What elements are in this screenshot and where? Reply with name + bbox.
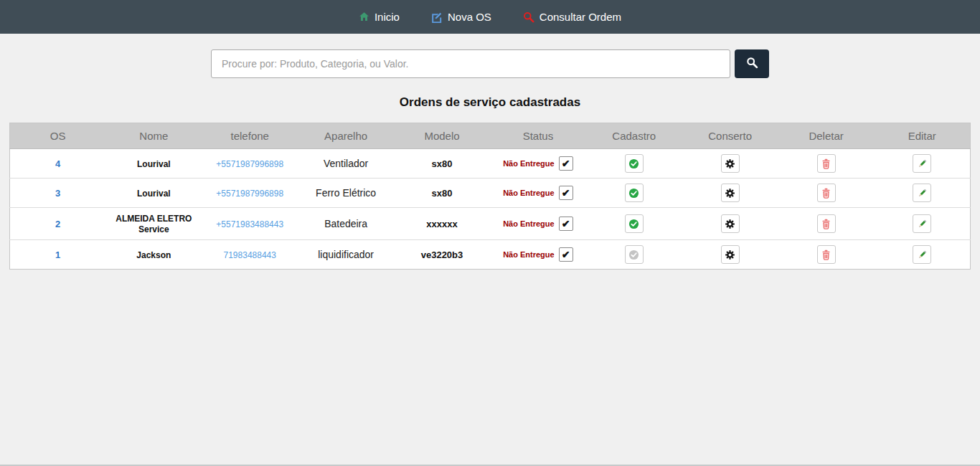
header-aparelho: Aparelho	[298, 123, 394, 149]
cadastro-button[interactable]	[625, 154, 644, 173]
nome-cell: Lourival	[137, 189, 171, 199]
status-cell: Não Entregue ✔	[503, 217, 573, 231]
aparelho-cell: Ventilador	[324, 158, 368, 169]
nome-cell: Lourival	[137, 159, 171, 169]
table-row: 3 Lourival +5571987996898 Ferro Elétrico…	[10, 179, 971, 208]
table-header: OS Nome telefone Aparelho Modelo Status …	[10, 123, 971, 149]
status-label: Não Entregue	[503, 189, 555, 197]
aparelho-cell: liquidificador	[318, 249, 374, 260]
os-link[interactable]: 1	[55, 249, 60, 260]
pencil-icon	[917, 158, 928, 169]
gear-icon	[725, 249, 735, 260]
nav-label: Inicio	[374, 11, 400, 23]
header-cadastro: Cadastro	[586, 123, 682, 149]
status-cell: Não Entregue ✔	[503, 247, 573, 262]
cadastro-button[interactable]	[625, 184, 644, 202]
header-modelo: Modelo	[394, 123, 490, 149]
trash-icon	[821, 188, 831, 199]
gear-icon	[725, 219, 735, 229]
gear-icon	[725, 188, 735, 199]
editar-button[interactable]	[913, 154, 931, 173]
navbar: Inicio Nova OS Consultar Ordem	[0, 0, 980, 34]
deletar-button[interactable]	[817, 154, 836, 173]
edit-square-icon	[431, 11, 443, 23]
status-checkbox[interactable]: ✔	[559, 186, 573, 200]
table-row: 4 Lourival +5571987996898 Ventilador sx8…	[10, 149, 971, 179]
modelo-cell: xxxxxx	[426, 219, 457, 229]
orders-table: OS Nome telefone Aparelho Modelo Status …	[9, 123, 971, 270]
header-editar: Editar	[875, 123, 971, 149]
status-cell: Não Entregue ✔	[503, 186, 573, 200]
conserto-button[interactable]	[721, 184, 740, 202]
nav-label: Nova OS	[448, 11, 491, 23]
check-circle-icon	[628, 188, 639, 199]
os-link[interactable]: 4	[55, 158, 60, 169]
status-label: Não Entregue	[503, 250, 555, 259]
check-circle-icon	[628, 219, 639, 229]
modelo-cell: sx80	[432, 158, 453, 169]
os-link[interactable]: 3	[55, 188, 60, 199]
header-nome: Nome	[105, 123, 202, 149]
nav-label: Consultar Ordem	[540, 11, 621, 23]
check-circle-icon	[628, 158, 639, 169]
conserto-button[interactable]	[721, 214, 740, 233]
cadastro-button[interactable]	[625, 245, 644, 264]
editar-button[interactable]	[913, 184, 931, 202]
modelo-cell: ve3220b3	[421, 249, 463, 260]
telefone-link[interactable]: +5571983488443	[216, 219, 283, 229]
search-input[interactable]	[211, 49, 730, 78]
search-button[interactable]	[735, 49, 769, 78]
deletar-button[interactable]	[817, 214, 836, 233]
pencil-icon	[917, 219, 928, 229]
telefone-link[interactable]: +5571987996898	[216, 189, 283, 199]
aparelho-cell: Ferro Elétrico	[316, 187, 376, 199]
status-checkbox[interactable]: ✔	[559, 156, 573, 171]
modelo-cell: sx80	[432, 188, 453, 199]
orders-tbody: 4 Lourival +5571987996898 Ventilador sx8…	[10, 149, 971, 270]
status-checkbox[interactable]: ✔	[559, 217, 573, 231]
header-deletar: Deletar	[778, 123, 875, 149]
nav-item-inicio[interactable]: Inicio	[359, 11, 400, 23]
search-bar	[211, 49, 769, 78]
aparelho-cell: Batedeira	[324, 218, 367, 229]
deletar-button[interactable]	[817, 184, 836, 202]
check-circle-icon	[628, 249, 639, 260]
cadastro-button[interactable]	[625, 214, 644, 233]
table-row: 1 Jackson 71983488443 liquidificador ve3…	[10, 240, 971, 270]
header-status: Status	[490, 123, 586, 149]
header-telefone: telefone	[202, 123, 298, 149]
pencil-icon	[917, 188, 928, 199]
telefone-link[interactable]: 71983488443	[224, 250, 276, 260]
page-title: Ordens de serviço cadastradas	[0, 95, 980, 110]
header-os: OS	[10, 123, 106, 149]
gear-icon	[725, 158, 735, 169]
nome-cell: ALMEIDA ELETRO Service	[116, 214, 192, 234]
header-conserto: Conserto	[682, 123, 778, 149]
editar-button[interactable]	[913, 214, 931, 233]
deletar-button[interactable]	[817, 245, 836, 264]
trash-icon	[821, 158, 831, 169]
nav-item-nova-os[interactable]: Nova OS	[431, 11, 491, 23]
table-row: 2 ALMEIDA ELETRO Service +5571983488443 …	[10, 208, 971, 240]
status-cell: Não Entregue ✔	[503, 156, 573, 171]
pencil-icon	[917, 249, 928, 260]
status-label: Não Entregue	[503, 159, 555, 168]
trash-icon	[821, 249, 831, 260]
status-checkbox[interactable]: ✔	[559, 247, 573, 262]
nome-cell: Jackson	[136, 250, 171, 260]
os-link[interactable]: 2	[55, 219, 60, 229]
search-icon	[523, 11, 534, 23]
trash-icon	[821, 219, 831, 229]
telefone-link[interactable]: +5571987996898	[216, 159, 283, 169]
search-icon	[746, 57, 758, 71]
conserto-button[interactable]	[721, 245, 740, 264]
nav-item-consultar-ordem[interactable]: Consultar Ordem	[523, 11, 621, 23]
conserto-button[interactable]	[721, 154, 740, 173]
status-label: Não Entregue	[503, 219, 555, 228]
home-icon	[359, 11, 369, 22]
editar-button[interactable]	[913, 245, 931, 264]
